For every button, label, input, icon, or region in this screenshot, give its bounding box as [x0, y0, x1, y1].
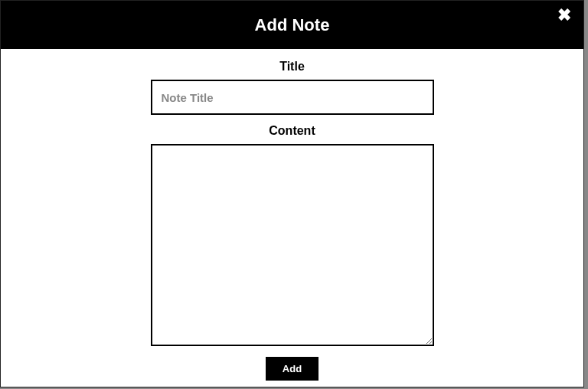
add-note-modal: Add Note ✖ Title Content Add [0, 0, 584, 387]
close-icon[interactable]: ✖ [557, 7, 571, 24]
modal-body: Title Content Add [1, 49, 583, 387]
modal-header: Add Note ✖ [1, 1, 583, 49]
title-input[interactable] [151, 80, 434, 115]
content-textarea[interactable] [151, 144, 434, 346]
modal-title: Add Note [255, 15, 330, 35]
title-label: Title [279, 60, 305, 74]
add-button[interactable]: Add [266, 357, 318, 381]
content-label: Content [269, 124, 315, 138]
